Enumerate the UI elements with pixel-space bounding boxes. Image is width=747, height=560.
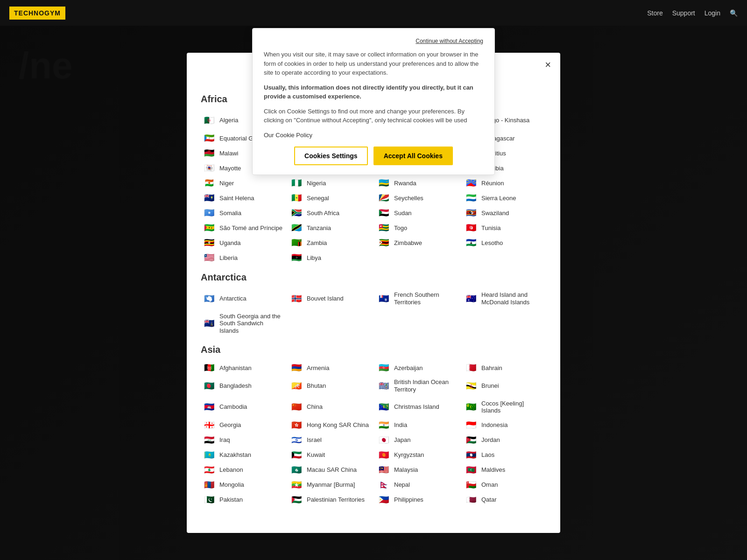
country-name: Niger	[219, 180, 234, 187]
country-item[interactable]: 🇹🇿Tanzania	[288, 223, 372, 233]
close-button[interactable]: ×	[545, 60, 551, 70]
country-name: British Indian Ocean Territory	[394, 378, 457, 393]
country-item[interactable]: 🇮🇶Iraq	[201, 435, 284, 445]
country-item[interactable]: 🇸🇳Senegal	[288, 193, 372, 203]
country-item[interactable]: 🇱🇾Libya	[288, 252, 372, 263]
country-item[interactable]: 🇬🇪Georgia	[201, 420, 284, 430]
country-item[interactable]: 🇨🇽Christmas Island	[375, 399, 459, 415]
flag-icon: 🇹🇬	[377, 224, 390, 232]
country-item[interactable]: 🇭🇰Hong Kong SAR China	[288, 420, 372, 430]
country-item[interactable]: 🇹🇫French Southern Territories	[375, 290, 459, 307]
country-item[interactable]: 🇸🇹São Tomé and Príncipe	[201, 223, 284, 233]
country-item[interactable]: 🇳🇪Niger	[201, 178, 284, 188]
continue-without-link[interactable]: Continue without Accepting	[264, 38, 483, 44]
country-item[interactable]: 🇸🇭Saint Helena	[201, 193, 284, 203]
country-name: São Tomé and Príncipe	[219, 224, 282, 232]
country-name: China	[307, 403, 323, 411]
country-item[interactable]: 🇰🇼Kuwait	[288, 450, 372, 460]
country-item[interactable]: 🇲🇻Maldives	[463, 465, 546, 475]
cookies-settings-button[interactable]: Cookies Settings	[294, 147, 368, 165]
country-item[interactable]: 🇱🇸Lesotho	[463, 238, 546, 248]
country-item[interactable]: 🇸🇩Sudan	[375, 208, 459, 218]
country-item[interactable]: 🇿🇦South Africa	[288, 208, 372, 218]
asia-section: Asia 🇦🇫Afghanistan🇦🇲Armenia🇦🇿Azerbaijan🇧…	[201, 344, 546, 504]
login-link[interactable]: Login	[705, 9, 720, 17]
country-item[interactable]: 🇳🇵Nepal	[375, 480, 459, 490]
country-item[interactable]: 🇷🇪Réunion	[463, 178, 546, 188]
country-item[interactable]: 🇮🇩Indonesia	[463, 420, 546, 430]
country-name: Macau SAR China	[307, 466, 357, 474]
country-name: Indonesia	[481, 421, 507, 429]
country-item[interactable]: 🇸🇿Swaziland	[463, 208, 546, 218]
country-item[interactable]: 🇿🇼Zimbabwe	[375, 238, 459, 248]
flag-icon: 🇱🇧	[203, 466, 216, 474]
country-item[interactable]: 🇸🇨Seychelles	[375, 193, 459, 203]
country-item[interactable]: 🇰🇬Kyrgyzstan	[375, 450, 459, 460]
country-item[interactable]: 🇦🇲Armenia	[288, 363, 372, 373]
country-item[interactable]: 🇧🇭Bahrain	[463, 363, 546, 373]
flag-icon: 🇾🇹	[203, 164, 216, 172]
cookie-policy-link[interactable]: Our Cookie Policy	[264, 132, 312, 139]
country-item[interactable]: 🇲🇾Malaysia	[375, 465, 459, 475]
country-name: Togo	[394, 224, 407, 232]
country-item[interactable]: 🇵🇸Palestinian Territories	[288, 495, 372, 505]
country-item[interactable]: 🇰🇿Kazakhstan	[201, 450, 284, 460]
country-item[interactable]: 🇷🇼Rwanda	[375, 178, 459, 188]
country-item[interactable]: 🇸🇱Sierra Leone	[463, 193, 546, 203]
country-name: Brunei	[481, 382, 499, 390]
country-item[interactable]: 🇱🇧Lebanon	[201, 465, 284, 475]
country-item[interactable]: 🇴🇲Oman	[463, 480, 546, 490]
country-item[interactable]: 🇵🇭Philippines	[375, 495, 459, 505]
support-link[interactable]: Support	[672, 9, 695, 17]
country-item[interactable]: 🇯🇵Japan	[375, 435, 459, 445]
country-item[interactable]: 🇮🇴British Indian Ocean Territory	[375, 378, 459, 394]
country-name: Sierra Leone	[481, 195, 516, 202]
country-item[interactable]: 🇲🇴Macau SAR China	[288, 465, 372, 475]
flag-icon: 🇰🇿	[203, 451, 216, 459]
country-item[interactable]: 🇭🇲Heard Island and McDonald Islands	[463, 290, 546, 307]
country-name: Bouvet Island	[307, 295, 344, 302]
country-item[interactable]: 🇯🇴Jordan	[463, 435, 546, 445]
country-item[interactable]: 🇨🇨Cocos [Keeling] Islands	[463, 399, 546, 415]
country-name: Iraq	[219, 436, 230, 444]
country-item[interactable]: 🇸🇴Somalia	[201, 208, 284, 218]
country-name: Qatar	[481, 496, 497, 504]
logo[interactable]: TECHNOGYM	[9, 7, 65, 20]
top-nav: TECHNOGYM Store Support Login 🔍	[0, 0, 747, 26]
country-item[interactable]: 🇲🇲Myanmar [Burma]	[288, 480, 372, 490]
flag-icon: 🇧🇹	[290, 382, 303, 390]
country-item[interactable]: 🇰🇭Cambodia	[201, 399, 284, 415]
country-item[interactable]: 🇧🇹Bhutan	[288, 378, 372, 394]
country-item[interactable]: 🇳🇬Nigeria	[288, 178, 372, 188]
flag-icon: 🇳🇵	[377, 481, 390, 489]
flag-icon: 🇵🇸	[290, 496, 303, 504]
country-item[interactable]: 🇧🇳Brunei	[463, 378, 546, 394]
country-item[interactable]: 🇱🇷Liberia	[201, 252, 284, 263]
country-item[interactable]: 🇵🇰Pakistan	[201, 495, 284, 505]
accept-all-cookies-button[interactable]: Accept All Cookies	[374, 147, 453, 165]
country-item[interactable]: 🇬🇸South Georgia and the South Sandwich I…	[201, 312, 284, 336]
country-item[interactable]: 🇹🇬Togo	[375, 223, 459, 233]
flag-icon: 🇵🇰	[203, 496, 216, 504]
country-name: Christmas Island	[394, 403, 439, 411]
country-item[interactable]: 🇿🇲Zambia	[288, 238, 372, 248]
country-item[interactable]: 🇲🇳Mongolia	[201, 480, 284, 490]
flag-icon: 🇷🇪	[465, 179, 478, 187]
country-item[interactable]: 🇶🇦Qatar	[463, 495, 546, 505]
country-item[interactable]: 🇧🇩Bangladesh	[201, 378, 284, 394]
country-item[interactable]: 🇮🇱Israel	[288, 435, 372, 445]
country-item[interactable]: 🇮🇳India	[375, 420, 459, 430]
country-name: Réunion	[481, 180, 504, 187]
store-link[interactable]: Store	[647, 9, 662, 17]
country-item[interactable]: 🇺🇬Uganda	[201, 238, 284, 248]
country-name: Mongolia	[219, 481, 244, 489]
search-icon[interactable]: 🔍	[730, 9, 738, 17]
country-item[interactable]: 🇦🇫Afghanistan	[201, 363, 284, 373]
country-name: Bhutan	[307, 382, 326, 390]
country-item[interactable]: 🇨🇳China	[288, 399, 372, 415]
country-item[interactable]: 🇦🇶Antarctica	[201, 290, 284, 307]
country-item[interactable]: 🇦🇿Azerbaijan	[375, 363, 459, 373]
country-item[interactable]: 🇱🇦Laos	[463, 450, 546, 460]
country-item[interactable]: 🇹🇳Tunisia	[463, 223, 546, 233]
country-item[interactable]: 🇧🇻Bouvet Island	[288, 290, 372, 307]
